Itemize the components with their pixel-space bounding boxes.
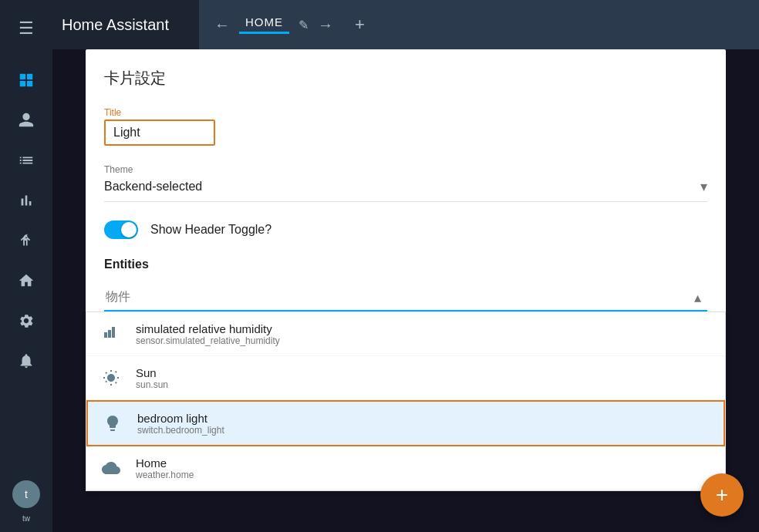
theme-dropdown-arrow-icon: ▾ xyxy=(700,178,707,195)
toggle-knob xyxy=(121,222,137,237)
entity-name-humidity: simulated relative humidity xyxy=(136,322,280,335)
entity-name-sun: Sun xyxy=(136,366,168,379)
entity-search-input[interactable] xyxy=(104,284,707,311)
entity-search-wrapper: ▴ xyxy=(104,284,707,311)
title-field-label: Title xyxy=(104,107,239,118)
modal-header: 卡片設定 xyxy=(86,49,726,89)
fab-button[interactable]: + xyxy=(700,473,744,517)
sidebar-item-tools[interactable] xyxy=(9,224,43,258)
sidebar-icons xyxy=(9,63,43,378)
form-section: Title Theme Backend-selected ▾ Show Head… xyxy=(86,107,726,311)
entity-search-arrow-icon: ▴ xyxy=(694,289,701,306)
avatar[interactable]: t xyxy=(12,480,40,508)
sidebar-item-list[interactable] xyxy=(9,143,43,177)
entity-item-bedroom-light[interactable]: bedroom light switch.bedroom_light xyxy=(86,400,725,446)
toggle-row: Show Header Toggle? xyxy=(104,221,707,239)
nav-tabs: ← HOME ✎ → + xyxy=(199,0,759,49)
nav-tab-home[interactable]: HOME xyxy=(239,15,289,34)
entity-name-home: Home xyxy=(136,456,194,470)
nav-arrow-right[interactable]: → xyxy=(318,16,333,34)
title-input[interactable] xyxy=(113,126,206,140)
title-field-container: Title xyxy=(104,107,239,146)
menu-icon[interactable]: ☰ xyxy=(12,12,40,45)
entity-name-bedroom-light: bedroom light xyxy=(137,412,224,425)
sidebar-item-dashboard[interactable] xyxy=(9,63,43,97)
modal-title: 卡片設定 xyxy=(104,68,707,89)
theme-field: Theme Backend-selected ▾ xyxy=(104,164,707,202)
header-toggle-switch[interactable] xyxy=(104,221,138,239)
nav-edit-icon[interactable]: ✎ xyxy=(299,18,309,32)
title-field-box xyxy=(104,120,215,146)
header-toggle-label: Show Header Toggle? xyxy=(150,223,272,237)
entity-item-sun[interactable]: Sun sun.sun xyxy=(86,356,725,400)
modal-content: 卡片設定 Title Theme Backend-selected ▾ xyxy=(86,49,726,491)
nav-add-tab[interactable]: + xyxy=(355,15,365,35)
entity-id-bedroom-light: switch.bedroom_light xyxy=(137,425,224,436)
entity-info-sun: Sun sun.sun xyxy=(136,366,168,390)
entity-icon-chart xyxy=(99,322,123,346)
sidebar-item-chart[interactable] xyxy=(9,184,43,217)
entity-info-home: Home weather.home xyxy=(136,456,194,480)
app-title: Home Assistant xyxy=(52,0,199,49)
sidebar-item-settings[interactable] xyxy=(9,304,43,338)
entity-info-humidity: simulated relative humidity sensor.simul… xyxy=(136,322,280,346)
entities-section-label: Entities xyxy=(104,258,707,271)
modal: 卡片設定 Title Theme Backend-selected ▾ xyxy=(52,49,759,532)
theme-select[interactable]: Backend-selected ▾ xyxy=(104,178,707,202)
user-label: tw xyxy=(22,514,30,523)
entity-item-humidity[interactable]: simulated relative humidity sensor.simul… xyxy=(86,312,725,356)
entity-icon-cloud xyxy=(99,456,123,480)
entity-icon-sun xyxy=(99,365,123,390)
entity-id-home: weather.home xyxy=(136,470,194,480)
sidebar-item-user[interactable] xyxy=(9,103,43,137)
theme-label: Theme xyxy=(104,164,707,175)
entity-id-sun: sun.sun xyxy=(136,379,168,390)
entity-id-humidity: sensor.simulated_relative_humidity xyxy=(136,335,280,346)
entity-dropdown: simulated relative humidity sensor.simul… xyxy=(86,311,726,491)
theme-select-value: Backend-selected xyxy=(104,180,202,194)
sidebar-item-bell[interactable] xyxy=(9,344,43,378)
sidebar-bottom: t tw xyxy=(0,480,52,532)
entity-info-bedroom-light: bedroom light switch.bedroom_light xyxy=(137,412,224,436)
sidebar-item-home[interactable] xyxy=(9,264,43,298)
entity-item-home[interactable]: Home weather.home xyxy=(86,446,725,490)
entity-icon-bulb xyxy=(100,411,125,436)
nav-arrow-left[interactable]: ← xyxy=(214,16,230,34)
sidebar: ☰ t tw xyxy=(0,0,52,532)
